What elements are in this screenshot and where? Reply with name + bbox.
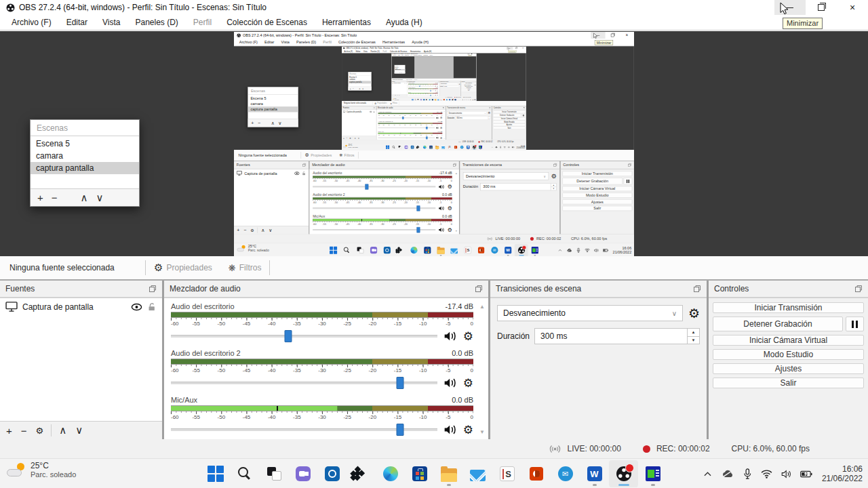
move-scene-down-button[interactable]: ∨ (96, 192, 104, 204)
visibility-eye-icon[interactable] (131, 303, 142, 311)
search-icon (392, 146, 394, 148)
studio-mode-button[interactable]: Modo Estudio (713, 349, 864, 360)
restore-button[interactable] (806, 0, 837, 15)
volume-slider-handle[interactable] (396, 424, 403, 436)
move-scene-up-button[interactable]: ∧ (81, 192, 88, 204)
menu-perfil[interactable]: Perfil (186, 15, 219, 30)
volume-icon[interactable] (778, 464, 795, 483)
wifi-icon[interactable] (759, 464, 775, 483)
thunderbird-button[interactable]: ✉ (551, 460, 580, 487)
battery-icon[interactable] (798, 464, 814, 483)
screen-recorder-button[interactable] (317, 460, 347, 487)
recording-dot-icon (454, 97, 455, 98)
edge-button[interactable] (376, 460, 405, 487)
source-item-captura[interactable]: Captura de pantalla (0, 298, 162, 315)
settings-button[interactable]: Ajustes (713, 363, 864, 374)
word-button[interactable]: W (580, 460, 609, 487)
popout-dock-icon[interactable] (693, 285, 701, 293)
lock-icon[interactable] (147, 302, 157, 312)
scenes-panel: Escenas Escena 5 camara captura pantalla… (30, 119, 140, 207)
mixer-channel-mic-aux: Mic/Aux 0.0 dB -60-55-50-45-40-35-30-25-… (378, 131, 443, 140)
start-button[interactable] (201, 460, 230, 487)
sources-dock: Fuentes Captura de pantalla (0, 281, 162, 439)
search-button[interactable] (230, 460, 259, 487)
microphone-icon[interactable] (739, 464, 755, 483)
menu-editar[interactable]: Editar (59, 15, 95, 30)
taskbar-clock[interactable]: 16:06 21/06/2022 (822, 464, 863, 483)
volume-slider[interactable] (171, 428, 437, 431)
file-explorer-button[interactable] (434, 460, 463, 487)
channel-settings-gear-icon[interactable]: ⚙ (463, 378, 473, 389)
microsoft-store-button[interactable] (405, 460, 434, 487)
move-scene-down-button: ∨ (401, 72, 401, 73)
exit-button[interactable]: Salir (713, 378, 864, 388)
scene-item-escena5[interactable]: Escena 5 (31, 138, 139, 150)
move-source-down-button[interactable]: ∨ (75, 424, 83, 436)
volume-slider-handle[interactable] (396, 377, 403, 389)
dropbox-button[interactable] (347, 460, 376, 487)
start-streaming-button[interactable]: Iniciar Transmisión (713, 302, 864, 313)
popout-dock-icon[interactable] (475, 285, 483, 293)
photoscape-button[interactable]: S (492, 460, 521, 487)
transition-select[interactable]: Desvanecimiento ∨ (497, 305, 683, 321)
scenes-panel: Escenas Escena 5 camara captura pantalla… (348, 72, 371, 90)
screen-capture-mirror: OBS 27.2.4 (64-bit, windows) - Perfil: S… (391, 54, 476, 101)
volume-slider[interactable] (171, 335, 437, 338)
move-source-up-button[interactable]: ∧ (59, 424, 66, 436)
close-button[interactable]: × (837, 0, 868, 15)
stop-recording-button[interactable]: Detener Grabación (713, 317, 843, 331)
weather-widget[interactable]: 25°C Parc. soleado (7, 462, 76, 479)
properties-button[interactable]: ⚙ Propiedades (146, 258, 220, 277)
menu-paneles[interactable]: Paneles (D) (128, 15, 186, 30)
speaker-icon[interactable] (443, 377, 457, 389)
scene-item-captura-pantalla[interactable]: captura pantalla (31, 162, 139, 174)
msi-afterburner-button[interactable] (638, 460, 667, 487)
source-properties-gear-icon[interactable]: ⚙ (36, 426, 44, 436)
popout-dock-icon[interactable] (854, 285, 863, 293)
controls-dock: Controles Iniciar Transmisión Detener Gr… (561, 161, 634, 235)
start-virtual-camera-button[interactable]: Iniciar Cámara Virtual (713, 335, 864, 346)
thunderbird-icon: ✉ (446, 99, 448, 100)
mail-button[interactable] (463, 460, 492, 487)
minimize-button[interactable] (774, 0, 806, 15)
office-button[interactable] (521, 460, 551, 487)
mixer-body: ▲ ▼ Audio del escritorio -17.4 dB -60-55… (376, 110, 446, 140)
volume-slider-handle[interactable] (284, 330, 292, 342)
add-scene-button: + (350, 87, 351, 90)
add-source-button[interactable]: + (6, 425, 12, 436)
spin-up-icon[interactable]: ▲ (688, 329, 699, 337)
pause-recording-button[interactable] (846, 317, 864, 331)
channel-settings-gear-icon: ⚙ (437, 90, 437, 92)
menu-herramientas[interactable]: Herramientas (315, 15, 378, 30)
remove-source-button[interactable]: − (21, 425, 27, 436)
chat-button[interactable] (288, 460, 317, 487)
popout-dock-icon[interactable] (149, 285, 157, 293)
mixer-scroll-up-icon[interactable]: ▲ (479, 304, 485, 310)
minimize-tooltip: Minimizar (783, 18, 823, 29)
scene-item-camara[interactable]: camara (31, 150, 139, 162)
onedrive-icon[interactable] (719, 464, 736, 483)
menu-vista[interactable]: Vista (95, 15, 127, 30)
transition-settings-gear-icon[interactable]: ⚙ (688, 307, 700, 320)
scenes-list: Escena 5 camara captura pantalla (31, 136, 139, 188)
menu-ayuda[interactable]: Ayuda (H) (378, 15, 430, 30)
add-scene-button[interactable]: + (37, 192, 43, 203)
menu-archivo[interactable]: Archivo (F) (4, 15, 59, 30)
task-view-button[interactable] (259, 460, 288, 487)
mixer-scroll-down-icon[interactable]: ▼ (479, 429, 485, 435)
hidden-icons-chevron[interactable] (700, 464, 716, 483)
speaker-icon[interactable] (443, 424, 457, 436)
remove-scene-button[interactable]: − (52, 192, 58, 203)
msi-afterburner-icon (479, 146, 482, 149)
mixer-body: ▲ ▼ Audio del escritorio -17.4 dB -60-55… (408, 83, 439, 96)
sources-list: Captura de pantalla (391, 83, 407, 95)
menu-coleccion-escenas[interactable]: Colección de Escenas (219, 15, 315, 30)
channel-settings-gear-icon[interactable]: ⚙ (463, 331, 473, 342)
duration-spinbox[interactable]: 300 ms ▲ ▼ (534, 328, 700, 344)
channel-settings-gear-icon[interactable]: ⚙ (463, 424, 473, 436)
speaker-icon[interactable] (443, 330, 457, 342)
filters-button[interactable]: ❋ Filtros (220, 258, 270, 277)
volume-slider[interactable] (171, 382, 437, 384)
spin-down-icon[interactable]: ▼ (688, 337, 699, 344)
obs-taskbar-button[interactable] (609, 460, 638, 487)
